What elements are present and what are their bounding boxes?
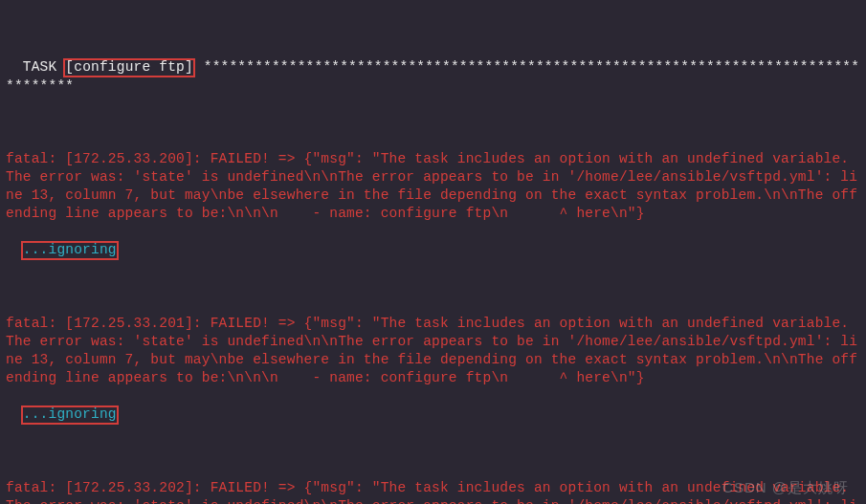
task-name-highlight: [configure ftp] (63, 58, 195, 77)
fatal-message: fatal: [172.25.33.201]: FAILED! => {"msg… (6, 315, 860, 387)
terminal-output: TASK [configure ftp] *******************… (0, 0, 866, 504)
ignoring-label: ...ignoring (21, 241, 119, 260)
task-header-prefix: TASK (23, 59, 66, 75)
fatal-message: fatal: [172.25.33.200]: FAILED! => {"msg… (6, 150, 860, 223)
ignoring-label: ...ignoring (21, 405, 119, 425)
watermark-text: CSDN @是大姚呀 (722, 478, 849, 496)
